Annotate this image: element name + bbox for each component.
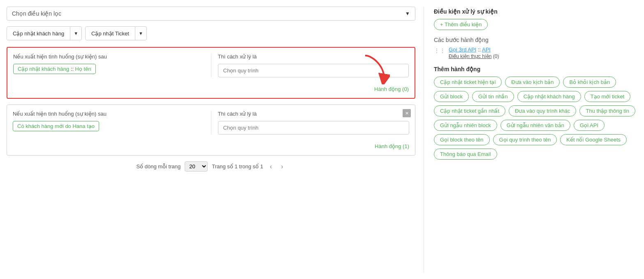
action-tag-10[interactable]: Gửi ngẫu nhiên block <box>434 120 497 131</box>
action-tag-11[interactable]: Gửi ngẫu nhiên văn bản <box>500 120 570 131</box>
action-tag-1[interactable]: Đưa vào kịch bản <box>505 77 560 88</box>
rule-card-1-process-input[interactable] <box>218 64 409 77</box>
action-tag-16[interactable]: Thông báo qua Email <box>434 149 497 160</box>
action-buttons-row: Cập nhật khách hàng ▼ Cập nhật Ticket ▼ <box>7 26 415 40</box>
action-tag-3[interactable]: Gửi block <box>434 91 469 102</box>
rule-card-2-event-tag: Có khách hàng mới do Hana tạo <box>13 121 99 131</box>
action-tag-14[interactable]: Gọi quy trình theo tên <box>493 134 557 145</box>
condition-count: (0) <box>493 53 499 59</box>
action-tag-6[interactable]: Tạo mới ticket <box>584 91 630 102</box>
page-info: Trang số 1 trong số 1 <box>212 163 263 170</box>
hanh-dong-link-2[interactable]: Hành động (1) <box>375 143 409 149</box>
action-tag-5[interactable]: Cập nhật khách hàng <box>517 91 581 102</box>
separator: :: <box>71 66 75 72</box>
step-condition-1: Điều kiện thực hiện (0) <box>449 53 499 59</box>
chevron-down-icon: ▼ <box>405 11 410 16</box>
ho-ten-link[interactable]: Họ tên <box>75 66 91 72</box>
cap-nhat-khach-hang-group: Cập nhật khách hàng ▼ <box>7 26 82 40</box>
dieu-kien-thuc-hien-link[interactable]: Điều kiện thực hiện <box>449 53 491 59</box>
rule-card-1-process: Thì cách xử lý là <box>218 53 409 77</box>
cap-nhat-ticket-button[interactable]: Cập nhật Ticket <box>86 28 135 40</box>
cap-nhat-khach-hang-link[interactable]: Cập nhật khách hàng <box>18 66 69 72</box>
hanh-dong-link-1[interactable]: Hành động (0) <box>374 86 409 92</box>
cap-nhat-ticket-arrow[interactable]: ▼ <box>135 28 146 39</box>
action-tag-15[interactable]: Kết nối Google Sheets <box>560 134 627 145</box>
step-links-1: Gọi 3rd API :: API <box>449 46 499 53</box>
delete-icon[interactable]: ✕ <box>403 109 411 117</box>
rule-card-1-process-label: Thì cách xử lý là <box>218 53 409 60</box>
condition-title: Điều kiện xử lý sự kiện <box>434 8 637 15</box>
cap-nhat-khach-hang-arrow[interactable]: ▼ <box>70 28 81 39</box>
pagination: Số dòng mỗi trang 20 50 100 Trang số 1 t… <box>7 161 415 172</box>
rule-card-2-event: Nếu xuất hiện tình huống (sự kiện) sau C… <box>13 111 204 135</box>
rule-card-2-process: Thì cách xử lý là <box>218 111 410 135</box>
step-item-1: ⋮⋮ Gọi 3rd API :: API Điều kiện thực hiệ… <box>434 46 637 59</box>
cap-nhat-khach-hang-button[interactable]: Cập nhật khách hàng <box>7 28 70 40</box>
rule-card-2-event-label: Nếu xuất hiện tình huống (sự kiện) sau <box>13 111 204 117</box>
rule-card-2-process-input[interactable] <box>218 121 410 135</box>
rule-card-2: ✕ Nếu xuất hiện tình huống (sự kiện) sau… <box>7 105 415 156</box>
rows-per-page-select[interactable]: 20 50 100 <box>185 161 208 172</box>
separator: :: <box>478 46 482 53</box>
action-tag-7[interactable]: Cập nhật ticket gần nhất <box>434 105 505 116</box>
rule-card-1: Nếu xuất hiện tình huống (sự kiện) sau C… <box>7 47 415 99</box>
left-panel: Chọn điều kiện lọc ▼ Cập nhật khách hàng… <box>7 7 424 272</box>
api-link[interactable]: API <box>482 46 491 53</box>
action-tag-8[interactable]: Đưa vào quy trình khác <box>509 105 576 116</box>
goi-3rd-api-link[interactable]: Gọi 3rd API <box>449 46 476 53</box>
action-tag-2[interactable]: Bỏ khỏi kịch bản <box>563 77 616 88</box>
action-tag-4[interactable]: Gửi tin nhắn <box>472 91 514 102</box>
filter-placeholder: Chọn điều kiện lọc <box>12 10 61 17</box>
next-page-button[interactable]: › <box>278 162 285 171</box>
rule-card-1-event-label: Nếu xuất hiện tình huống (sự kiện) sau <box>13 53 204 60</box>
steps-title: Các bước hành động <box>434 37 637 43</box>
rule-card-1-action-row: Hành động (0) <box>13 82 409 92</box>
rule-card-1-event-tag: Cập nhật khách hàng :: Họ tên <box>13 64 96 74</box>
action-tag-13[interactable]: Gọi block theo tên <box>434 134 490 145</box>
right-panel: Điều kiện xử lý sự kiện + Thêm điều kiện… <box>424 7 637 272</box>
rule-card-1-event: Nếu xuất hiện tình huống (sự kiện) sau C… <box>13 53 204 77</box>
add-condition-button[interactable]: + Thêm điều kiện <box>434 19 488 30</box>
filter-dropdown[interactable]: Chọn điều kiện lọc ▼ <box>7 7 415 21</box>
action-tag-0[interactable]: Cập nhật ticket hiện tại <box>434 77 502 88</box>
rule-card-1-inner: Nếu xuất hiện tình huống (sự kiện) sau C… <box>13 53 409 77</box>
rule-card-1-divider <box>211 53 211 77</box>
prev-page-button[interactable]: ‹ <box>267 162 274 171</box>
action-tag-9[interactable]: Thu thập thông tin <box>579 105 635 116</box>
action-tags-container: Cập nhật ticket hiện tạiĐưa vào kịch bản… <box>434 77 637 160</box>
action-tag-12[interactable]: Gọi API <box>574 120 605 131</box>
cap-nhat-ticket-group: Cập nhật Ticket ▼ <box>85 26 147 40</box>
rule-card-2-action-row: Hành động (1) <box>13 140 409 149</box>
step-content-1: Gọi 3rd API :: API Điều kiện thực hiện (… <box>449 46 499 59</box>
add-action-title: Thêm hành động <box>434 66 637 72</box>
rule-card-2-process-label: Thì cách xử lý là <box>218 111 410 117</box>
rows-per-page-label: Số dòng mỗi trang <box>136 163 181 170</box>
rule-card-2-divider <box>211 111 211 135</box>
co-khach-hang-link[interactable]: Có khách hàng mới do Hana tạo <box>17 123 95 129</box>
drag-handle-icon: ⋮⋮ <box>434 47 445 54</box>
rule-card-2-inner: Nếu xuất hiện tình huống (sự kiện) sau C… <box>13 111 409 135</box>
